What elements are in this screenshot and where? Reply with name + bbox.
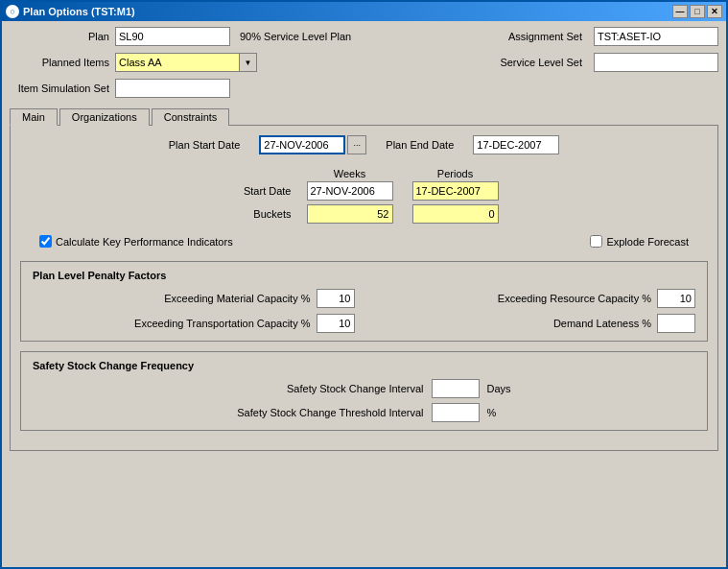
window-icon: ○ xyxy=(6,5,19,18)
weeks-header: Weeks xyxy=(297,168,403,179)
planned-items-input[interactable] xyxy=(115,53,240,72)
plan-start-date-input[interactable] xyxy=(259,135,345,154)
periods-buckets-input[interactable] xyxy=(412,204,499,224)
exc-material-label: Exceeding Material Capacity % xyxy=(164,293,310,304)
exc-resource-row: Exceeding Resource Capacity % xyxy=(374,289,696,308)
service-level-set-section: Service Level Set xyxy=(500,53,718,72)
days-label: Days xyxy=(487,383,516,394)
item-simulation-input[interactable] xyxy=(115,79,230,98)
plan-label: Plan xyxy=(10,31,115,42)
penalty-section-title: Plan Level Penalty Factors xyxy=(33,270,695,281)
exc-resource-input[interactable] xyxy=(657,289,695,308)
assignment-set-section: Assignment Set xyxy=(508,27,718,46)
exc-resource-label: Exceeding Resource Capacity % xyxy=(498,293,651,304)
safety-grid: Safety Stock Change Interval Days Safety… xyxy=(33,379,695,422)
buckets-row-label: Buckets xyxy=(221,202,297,225)
service-level-set-label: Service Level Set xyxy=(500,57,588,68)
plan-start-date-label: Plan Start Date xyxy=(169,139,241,151)
safety-threshold-input[interactable] xyxy=(432,403,480,422)
assignment-set-label: Assignment Set xyxy=(508,31,588,42)
explode-forecast-label[interactable]: Explode Forecast xyxy=(590,235,689,248)
planned-items-label: Planned Items xyxy=(10,57,115,68)
weeks-periods-table: Weeks Periods Start Date xyxy=(221,168,508,225)
planned-items-row: Planned Items ▼ Service Level Set xyxy=(10,53,718,72)
safety-section: Safety Stock Change Frequency Safety Sto… xyxy=(20,351,708,431)
exc-transport-row: Exceeding Transportation Capacity % xyxy=(33,314,355,333)
plan-start-date-wrapper: ··· xyxy=(259,135,366,154)
percent-label: % xyxy=(487,407,516,418)
plan-dates-row: Plan Start Date ··· Plan End Date xyxy=(20,135,708,154)
safety-interval-input[interactable] xyxy=(432,379,480,398)
penalty-grid: Exceeding Material Capacity % Exceeding … xyxy=(33,289,695,333)
title-bar: ○ Plan Options (TST:M1) — □ ✕ xyxy=(2,2,726,21)
weeks-start-date-input[interactable] xyxy=(307,181,393,201)
calc-kpi-checkbox[interactable] xyxy=(39,235,52,248)
exc-material-input[interactable] xyxy=(317,289,355,308)
planned-items-arrow[interactable]: ▼ xyxy=(240,53,257,72)
calc-kpi-label[interactable]: Calculate Key Performance Indicators xyxy=(39,235,233,248)
safety-threshold-row: Safety Stock Change Threshold Interval % xyxy=(33,403,695,422)
weeks-buckets-input[interactable] xyxy=(307,204,393,224)
safety-interval-row: Safety Stock Change Interval Days xyxy=(33,379,695,398)
exc-transport-input[interactable] xyxy=(317,314,355,333)
penalty-section: Plan Level Penalty Factors Exceeding Mat… xyxy=(20,261,708,342)
tab-constraints[interactable]: Constraints xyxy=(152,108,230,126)
window-content: Plan 90% Service Level Plan Assignment S… xyxy=(2,21,726,457)
explode-forecast-checkbox[interactable] xyxy=(590,235,602,248)
safety-section-title: Safety Stock Change Frequency xyxy=(33,360,695,371)
title-bar-left: ○ Plan Options (TST:M1) xyxy=(6,5,135,18)
item-simulation-label: Item Simulation Set xyxy=(10,83,115,94)
maximize-button[interactable]: □ xyxy=(690,5,705,18)
periods-header: Periods xyxy=(403,168,508,179)
planned-items-dropdown-wrapper: ▼ xyxy=(115,53,257,72)
demand-lateness-input[interactable] xyxy=(657,314,695,333)
close-button[interactable]: ✕ xyxy=(707,5,722,18)
demand-lateness-row: Demand Lateness % xyxy=(374,314,696,333)
plan-end-date-input[interactable] xyxy=(473,135,559,154)
tabs-area: Main Organizations Constraints xyxy=(10,107,718,126)
periods-start-date-input[interactable] xyxy=(412,181,499,201)
exc-transport-label: Exceeding Transportation Capacity % xyxy=(134,318,310,329)
item-simulation-row: Item Simulation Set xyxy=(10,79,718,98)
plan-start-date-picker-button[interactable]: ··· xyxy=(347,135,366,154)
safety-threshold-label: Safety Stock Change Threshold Interval xyxy=(213,407,424,418)
plan-row: Plan 90% Service Level Plan Assignment S… xyxy=(10,27,718,46)
window-title: Plan Options (TST:M1) xyxy=(23,6,135,17)
tab-organizations[interactable]: Organizations xyxy=(59,108,150,126)
checkboxes-row: Calculate Key Performance Indicators Exp… xyxy=(20,235,708,248)
assignment-set-input[interactable] xyxy=(594,27,718,46)
plan-input[interactable] xyxy=(115,27,230,46)
tab-main[interactable]: Main xyxy=(10,108,58,126)
main-window: ○ Plan Options (TST:M1) — □ ✕ Plan 90% S… xyxy=(0,0,728,569)
minimize-button[interactable]: — xyxy=(672,5,688,18)
demand-lateness-label: Demand Lateness % xyxy=(553,318,651,329)
tab-content-main: Plan Start Date ··· Plan End Date Weeks … xyxy=(10,126,718,451)
title-controls: — □ ✕ xyxy=(672,5,722,18)
plan-end-date-label: Plan End Date xyxy=(386,139,454,151)
service-level-set-input[interactable] xyxy=(594,53,718,72)
start-date-row-label: Start Date xyxy=(221,179,297,202)
exc-material-row: Exceeding Material Capacity % xyxy=(33,289,355,308)
safety-interval-label: Safety Stock Change Interval xyxy=(213,383,424,394)
plan-description: 90% Service Level Plan xyxy=(240,31,351,42)
